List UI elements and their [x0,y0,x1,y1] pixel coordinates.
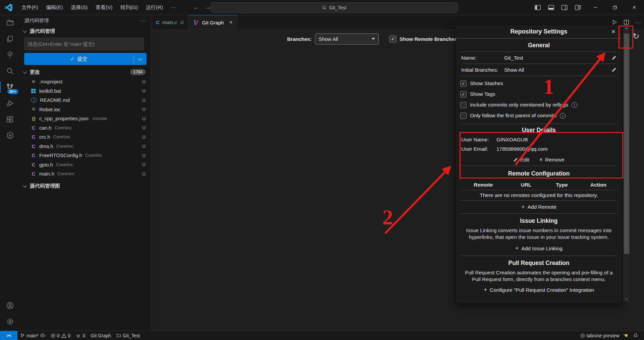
commit-message-input[interactable] [24,38,144,50]
ports-status-item[interactable]: 0 [73,331,88,340]
activitybar-settings[interactable] [0,314,20,330]
remote-indicator[interactable]: >< [0,331,17,340]
error-count: 0 [57,333,60,338]
menu-goto[interactable]: 转到(G) [116,2,142,12]
activitybar-pages[interactable] [0,31,20,47]
file-row[interactable]: i README.md U [20,95,151,105]
scm-graph-section[interactable]: 源代码管理图 [20,181,151,191]
show-remote-branches-checkbox[interactable]: ✓ [389,36,396,43]
problems-status-item[interactable]: 0 0 [48,331,73,340]
restore-button[interactable] [605,0,625,15]
editor-more-actions-icon[interactable]: ··· [635,19,641,25]
forward-arrow-icon[interactable]: → [205,4,211,11]
bell-icon [633,333,638,338]
show-stashes-row[interactable]: ✓ Show Stashes [456,78,622,89]
tabnine-status-item[interactable]: tabnine preview ☚ [578,331,631,340]
run-file-icon[interactable] [612,19,618,25]
show-tags-row[interactable]: ✓ Show Tags [456,89,622,99]
edit-pencil-icon[interactable] [611,67,616,72]
branch-name: main* [26,333,39,338]
file-status-untracked: U [142,107,146,112]
file-name: crc.h [39,134,50,140]
file-row[interactable]: { } c_cpp_properties.json .vscode U [20,114,151,123]
branch-status-item[interactable]: main* [17,331,48,340]
toggle-sidebar-icon[interactable] [535,5,541,10]
activitybar-tree-check[interactable] [0,47,20,63]
close-dialog-icon[interactable]: × [611,27,615,36]
branches-label: Branches: [287,36,312,42]
edit-pencil-icon[interactable] [611,55,616,60]
search-icon [322,5,327,10]
file-row[interactable]: C can.h Core\Inc U [20,123,151,133]
commit-dropdown-button[interactable] [134,57,147,61]
menu-file[interactable]: 文件(F) [17,2,42,12]
notifications-bell[interactable] [631,331,641,340]
close-window-button[interactable]: × [625,0,644,15]
webview-scrollbar[interactable]: ▲ ▼ [623,25,630,302]
copy-pages-icon [6,35,14,43]
file-row[interactable]: C main.h Core\Inc U [20,169,151,179]
file-row[interactable]: C gpio.h Core\Inc U [20,160,151,169]
toggle-secondary-sidebar-icon[interactable] [561,5,568,10]
checkbox-unchecked[interactable] [460,113,467,119]
tab-main-c[interactable]: C main.c U [151,15,189,29]
file-row[interactable]: C dma.h Core\Inc U [20,142,151,151]
tab-git-graph[interactable]: Git Graph × [189,15,237,29]
c-header-file-icon: C [30,171,37,177]
activitybar-explorer[interactable] [0,15,20,31]
scroll-down-arrow-icon[interactable]: ▼ [623,297,630,301]
git-graph-status-button[interactable]: Git Graph [88,331,114,340]
scrollbar-thumb[interactable] [624,33,629,254]
menu-run[interactable]: 运行(R) [142,2,167,12]
file-row[interactable]: ≡ Robot.ioc U [20,105,151,114]
customize-layout-icon[interactable] [575,5,581,10]
checkbox-checked[interactable]: ✓ [460,91,467,97]
minimize-button[interactable] [586,0,605,15]
first-parent-row[interactable]: Only follow the first parent of commits … [456,110,622,121]
menu-selection[interactable]: 选择(S) [67,2,92,12]
activitybar-search[interactable] [0,63,20,79]
file-path: .vscode [92,116,142,121]
sidebar-more-actions-icon[interactable]: ··· [141,18,147,23]
plus-icon: + [515,245,519,252]
close-tab-icon[interactable]: × [229,19,232,26]
add-issue-linking-button[interactable]: + Add Issue Linking [456,242,622,256]
activitybar-package[interactable] [0,127,20,143]
activitybar-extensions[interactable] [0,111,20,127]
changes-section-header[interactable]: 更改 1784 [20,67,151,77]
file-row[interactable]: C FreeRTOSConfig.h Core\Inc U [20,151,151,160]
reflogs-row[interactable]: Include commits only mentioned by reflog… [456,99,622,110]
toggle-panel-icon[interactable] [548,5,554,10]
chevron-down-icon [23,29,26,32]
menu-edit[interactable]: 编辑(E) [42,2,67,12]
configure-pr-button[interactable]: + Configure "Pull Request Creation" Inte… [456,284,622,296]
activitybar-source-control[interactable]: 1K+ [0,79,20,95]
back-arrow-icon[interactable]: ← [193,4,199,11]
checkbox-checked[interactable]: ✓ [460,80,467,87]
file-row[interactable]: C crc.h Core\Inc U [20,132,151,142]
file-row[interactable]: keilkill.bat U [20,86,151,96]
activity-bar: 1K+ [0,15,20,331]
file-path: Core\Inc [56,162,142,167]
activitybar-run-debug[interactable] [0,95,20,111]
menu-overflow-icon[interactable]: ··· [167,2,180,12]
branches-dropdown[interactable]: Show All [315,33,379,45]
account-icon [6,301,14,310]
commit-button-main[interactable]: ✓ 提交 [24,56,133,62]
split-editor-icon[interactable] [624,19,629,25]
scm-provider-section[interactable]: 源代码管理 [20,26,151,36]
commit-button[interactable]: ✓ 提交 [24,53,147,65]
check-icon: ✓ [70,56,75,62]
info-icon[interactable]: i [572,102,577,108]
checkbox-unchecked[interactable] [460,102,467,108]
menu-view[interactable]: 查看(V) [92,2,116,12]
activitybar-account[interactable] [0,297,20,314]
refresh-icon[interactable]: ↻ [633,31,639,41]
command-center-search[interactable]: Git_Test [211,2,458,13]
annotation-number-1: 1 [543,74,554,99]
info-icon[interactable]: i [560,113,566,119]
json-file-icon: { } [30,116,37,121]
file-row[interactable]: ≡ .mxproject U [20,77,151,86]
add-remote-button[interactable]: + Add Remote [456,201,622,213]
repo-status-item[interactable]: Git_Test [114,331,143,340]
